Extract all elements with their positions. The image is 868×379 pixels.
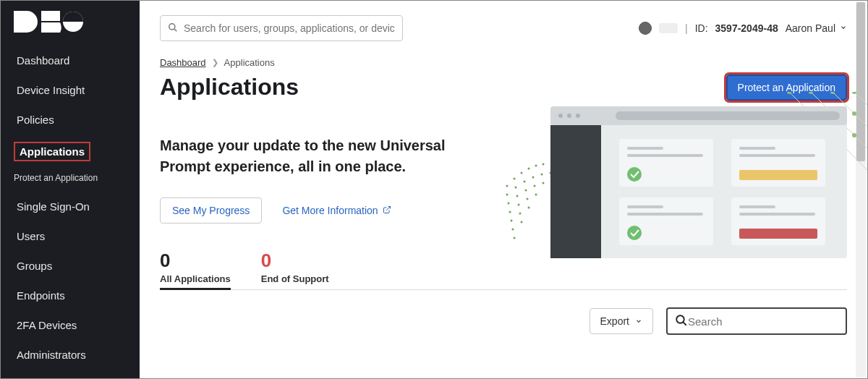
svg-rect-65 — [731, 197, 825, 245]
table-search-input[interactable] — [688, 315, 838, 328]
svg-point-36 — [509, 211, 511, 213]
more-info-link[interactable]: Get More Information — [282, 205, 391, 216]
svg-rect-46 — [550, 106, 847, 258]
svg-rect-53 — [619, 139, 713, 187]
svg-rect-67 — [739, 213, 815, 216]
account-id-label: ID: — [695, 22, 708, 34]
svg-point-42 — [528, 207, 530, 209]
svg-point-62 — [627, 226, 642, 240]
stats-tabs: 0 All Applications 0 End of Support — [160, 250, 847, 290]
svg-point-37 — [518, 204, 520, 206]
promo-area: Manage your update to the new Universal … — [160, 135, 847, 223]
promo-heading: Manage your update to the new Universal … — [160, 135, 478, 177]
more-info-label: Get More Information — [282, 205, 378, 216]
svg-rect-68 — [739, 229, 817, 239]
sidebar-item-single-sign-on[interactable]: Single Sign-On — [1, 192, 140, 221]
svg-point-38 — [527, 198, 529, 200]
svg-point-25 — [506, 194, 509, 196]
user-name: Aaron Paul — [786, 22, 835, 34]
svg-point-20 — [514, 178, 516, 180]
svg-point-32 — [516, 195, 519, 197]
stat-count: 0 — [160, 250, 231, 272]
separator: | — [685, 22, 688, 34]
svg-point-13 — [852, 111, 856, 116]
export-button[interactable]: Export — [590, 308, 653, 334]
sidebar-item-applications[interactable]: Applications — [1, 135, 140, 169]
sidebar-item-label: Device Insight — [14, 82, 88, 98]
see-progress-button[interactable]: See My Progress — [160, 197, 262, 223]
top-right-cluster: | ID: 3597-2049-48 Aaron Paul — [639, 22, 847, 35]
svg-rect-64 — [627, 213, 703, 216]
svg-point-39 — [535, 194, 537, 196]
breadcrumb-current: Applications — [224, 57, 275, 68]
svg-point-28 — [532, 176, 535, 179]
svg-rect-55 — [627, 147, 663, 150]
sidebar-item-administrators[interactable]: Administrators — [1, 340, 140, 370]
sidebar-item-label: Users — [14, 229, 48, 244]
sidebar-item-trust-monitor[interactable]: Trust Monitor — [1, 370, 140, 379]
external-link-icon — [383, 205, 391, 216]
sidebar-item-users[interactable]: Users — [1, 221, 140, 251]
page-title: Applications — [160, 74, 299, 101]
org-avatar-icon[interactable] — [639, 22, 652, 35]
sidebar-item-label: Administrators — [14, 347, 89, 362]
svg-rect-63 — [627, 205, 663, 208]
sidebar-item-device-insight[interactable]: Device Insight — [1, 75, 140, 105]
svg-rect-59 — [739, 154, 815, 157]
svg-line-2 — [174, 29, 176, 31]
global-search[interactable] — [160, 15, 403, 41]
svg-line-7 — [789, 92, 868, 179]
svg-point-34 — [534, 185, 536, 187]
sidebar-subitem-protect-application[interactable]: Protect an Application — [1, 169, 140, 192]
svg-point-33 — [525, 190, 527, 192]
search-icon — [168, 22, 178, 35]
svg-point-69 — [676, 315, 684, 323]
sidebar-item-dashboard[interactable]: Dashboard — [1, 46, 140, 75]
svg-rect-60 — [739, 170, 817, 180]
svg-point-9 — [830, 111, 835, 116]
svg-point-43 — [512, 229, 514, 231]
title-row: Applications Protect an Application — [160, 74, 847, 101]
svg-rect-56 — [627, 154, 703, 157]
search-icon — [675, 314, 688, 329]
sidebar-item-groups[interactable]: Groups — [1, 251, 140, 281]
tab-all-applications[interactable]: 0 All Applications — [160, 250, 231, 290]
stat-label: All Applications — [160, 273, 231, 284]
svg-point-23 — [535, 165, 537, 167]
user-menu[interactable]: Aaron Paul — [786, 22, 847, 34]
protect-application-button[interactable]: Protect an Application — [726, 74, 847, 101]
promo-illustration — [500, 92, 868, 273]
svg-line-4 — [811, 92, 868, 157]
sidebar-item-label: Single Sign-On — [14, 199, 93, 214]
svg-point-24 — [542, 163, 545, 166]
svg-point-54 — [627, 167, 642, 182]
svg-point-27 — [524, 181, 526, 183]
chevron-down-icon — [840, 24, 847, 33]
sidebar-item-label: Policies — [14, 112, 57, 127]
svg-point-21 — [521, 172, 523, 174]
global-search-input[interactable] — [184, 22, 395, 34]
svg-point-18 — [809, 111, 813, 116]
sidebar-item-2fa-devices[interactable]: 2FA Devices — [1, 310, 140, 340]
svg-rect-47 — [550, 106, 847, 125]
svg-point-50 — [576, 114, 580, 118]
tab-end-of-support[interactable]: 0 End of Support — [261, 250, 329, 285]
svg-rect-58 — [739, 147, 775, 150]
svg-point-35 — [542, 182, 545, 184]
chevron-right-icon: ❯ — [212, 58, 218, 67]
svg-point-1 — [169, 23, 175, 29]
svg-point-45 — [514, 237, 516, 239]
breadcrumb-root-link[interactable]: Dashboard — [160, 57, 206, 68]
sidebar-item-endpoints[interactable]: Endpoints — [1, 281, 140, 310]
svg-point-30 — [550, 172, 552, 174]
promo-actions: See My Progress Get More Information — [160, 197, 478, 223]
org-name-redacted — [659, 23, 678, 33]
svg-rect-52 — [550, 125, 601, 258]
sidebar-item-policies[interactable]: Policies — [1, 105, 140, 135]
duo-logo — [1, 5, 140, 46]
list-toolbar: Export — [160, 307, 847, 335]
table-search[interactable] — [666, 307, 847, 335]
svg-line-3 — [386, 207, 391, 211]
sidebar-subitem-label: Protect an Application — [14, 173, 98, 183]
svg-line-6 — [854, 92, 868, 114]
